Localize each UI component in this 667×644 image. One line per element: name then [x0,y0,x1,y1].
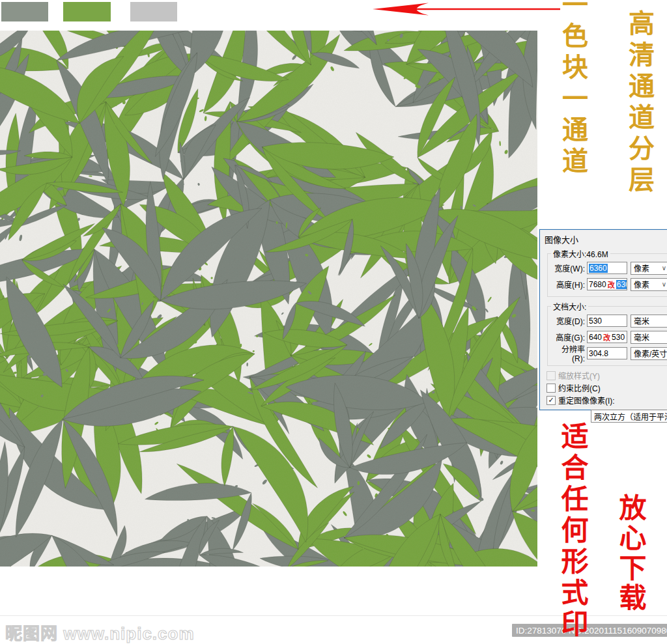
checkbox-label: 缩放样式(Y) [558,370,600,381]
pixel-height-label: 高度(H): [551,279,585,290]
doc-height-input[interactable]: 640改530 [587,331,627,343]
doc-height-label: 高度(G): [551,331,585,343]
resolution-row: 分辨率(R): 304.8 像素/英寸 [551,345,667,361]
page: 一色块一通道 高清通道分层 图像大小 像素大小:46.6M 宽度(W): 636… [0,0,667,644]
value: 304.8 [589,349,608,358]
checkbox-label: 约束比例(C) [558,382,601,393]
pixel-height-row: 高度(H): 7680改6360 像素 ∨ [551,276,667,292]
value: 530 [612,333,625,342]
unit-value: 像素 [634,279,649,290]
checkbox-resample-image[interactable]: ✓ 重定图像像素(I): [546,395,667,406]
caption-download-with-confidence: 放心下载 [616,494,644,613]
checkbox-constrain-proportions[interactable]: ✓ 约束比例(C) [546,382,667,393]
selected-value: 6360 [616,280,627,289]
resolution-label: 分辨率(R): [551,343,585,363]
caption-one-color-one-channel: 一色块一通道 [560,0,586,178]
unit-value: 像素/英寸 [634,348,667,359]
id-badge: ID:27813070 NO:20201115160907098035 [512,624,667,637]
unit-value: 像素 [634,262,649,273]
check-icon: ✓ [548,396,554,404]
old-value: 640 [589,333,602,342]
checkbox-icon: ✓ [546,384,556,393]
unit-value: 毫米 [634,331,649,343]
old-value: 7680 [589,280,606,289]
document-size-group: 文档大小: 宽度(D): 530 毫米 高度(G): 640改530 毫米 分辨… [547,301,667,366]
unit-value: 毫米 [634,315,649,326]
pixel-height-input[interactable]: 7680改6360 [587,278,627,290]
image-size-dialog: 图像大小 像素大小:46.6M 宽度(W): 6360 像素 ∨ 高度(H): … [539,229,667,410]
color-swatch-green [63,2,111,21]
checkbox-icon: ✓ [546,371,556,380]
resolution-unit-select[interactable]: 像素/英寸 [631,347,667,360]
doc-height-unit-select[interactable]: 毫米 [631,331,667,344]
checkbox-icon: ✓ [546,396,556,405]
site-name: 昵图网 [5,624,58,643]
color-swatch-light-gray [130,2,177,21]
red-arrow-icon [363,0,565,20]
doc-width-unit-select[interactable]: 毫米 [631,315,667,328]
pixel-size-group: 像素大小:46.6M 宽度(W): 6360 像素 ∨ 高度(H): 7680改… [547,248,667,297]
pixel-height-unit-select[interactable]: 像素 ∨ [631,278,667,291]
edit-mark: 改 [603,332,610,343]
caption-fits-any-print-form: 适合任何形式印 [558,422,586,641]
edit-mark: 改 [608,279,615,290]
resolution-input[interactable]: 304.8 [587,347,627,359]
site-url: www.nipic.com [63,624,194,643]
checkbox-label: 重定图像像素(I): [558,395,615,406]
pixel-width-unit-select[interactable]: 像素 ∨ [631,262,667,275]
doc-width-label: 宽度(D): [551,315,585,326]
chevron-down-icon: ∨ [662,264,666,272]
bamboo-pattern-image [0,31,537,567]
color-swatch-gray-green [1,2,48,21]
site-watermark: 昵图网 www.nipic.com [5,620,195,644]
selected-value: 6360 [589,264,608,273]
doc-width-input[interactable]: 530 [587,315,627,327]
resample-method-value: 两次立方（适用于平滑渐变 [594,411,667,422]
pixel-width-label: 宽度(W): [551,262,585,273]
caption-hd-channel-layers: 高清通道分层 [627,10,653,197]
pixel-size-group-label: 像素大小:46.6M [551,248,610,259]
checkbox-scale-styles[interactable]: ✓ 缩放样式(Y) [546,370,667,381]
value: 530 [589,316,602,326]
paper-texture-overlay [0,31,537,567]
doc-width-row: 宽度(D): 530 毫米 [551,313,667,329]
document-size-group-label: 文档大小: [551,301,588,312]
pixel-width-input[interactable]: 6360 [587,262,627,274]
chevron-down-icon: ∨ [662,281,666,288]
resample-method-select[interactable]: 两次立方（适用于平滑渐变 [591,410,667,423]
pixel-width-row: 宽度(W): 6360 像素 ∨ [551,260,667,276]
dialog-title: 图像大小 [540,230,667,248]
